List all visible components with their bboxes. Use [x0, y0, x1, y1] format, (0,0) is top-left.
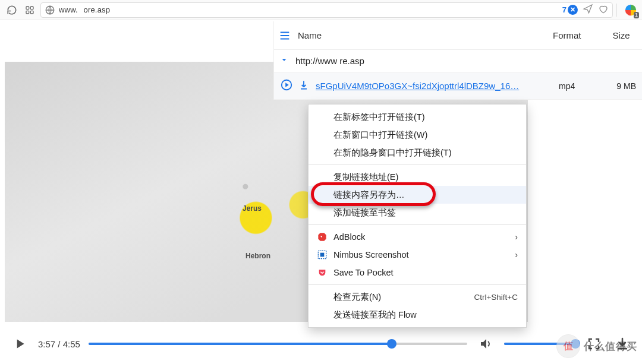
video-player-controls: 3:57 / 4:55: [5, 324, 637, 364]
svg-rect-3: [30, 11, 33, 14]
play-button[interactable]: [10, 334, 30, 354]
extension-badge: 1: [634, 12, 639, 18]
download-count-badge[interactable]: 7 ✕: [562, 5, 578, 15]
context-menu: 在新标签中打开链接(T) 在新窗口中打开链接(W) 在新的隐身窗口中打开链接(T…: [308, 104, 527, 328]
col-name[interactable]: Name: [295, 30, 553, 40]
ctx-open-new-window[interactable]: 在新窗口中打开链接(W): [309, 126, 526, 144]
ctx-inspect[interactable]: 检查元素(N)Ctrl+Shift+C: [309, 288, 526, 306]
download-file-row[interactable]: sFGpUiV4M9tOPo3GX~fsi2dXjopttrl4lDBZ9w_1…: [274, 72, 642, 100]
ctx-bookmark-link[interactable]: 添加链接至书签: [309, 204, 526, 221]
play-circle-icon[interactable]: [280, 78, 292, 93]
ctx-nimbus[interactable]: Nimbus Screenshot›: [309, 246, 526, 264]
download-file-size: 9 MB: [600, 81, 636, 91]
pocket-icon: [317, 267, 328, 278]
ctx-copy-link[interactable]: 复制链接地址(E): [309, 168, 526, 186]
chevron-down-icon: [280, 56, 289, 66]
ctx-save-link-as[interactable]: 链接内容另存为…: [309, 186, 526, 204]
svg-rect-2: [26, 11, 29, 14]
svg-rect-0: [26, 7, 29, 10]
svg-rect-9: [320, 253, 325, 257]
ctx-open-new-tab[interactable]: 在新标签中打开链接(T): [309, 108, 526, 126]
watermark: 值 什么值得买: [556, 334, 637, 358]
map-label-jerusalem: Jerus: [243, 204, 262, 213]
col-size[interactable]: Size: [600, 30, 642, 40]
download-panel-header: Name Format Size: [274, 21, 642, 50]
ctx-send-flow[interactable]: 发送链接至我的 Flow: [309, 306, 526, 324]
adblock-icon: [317, 232, 328, 242]
heart-icon[interactable]: [598, 4, 609, 17]
toolbar-divider: [616, 4, 617, 17]
ctx-separator: [309, 284, 526, 285]
watermark-logo: 值: [556, 334, 580, 358]
reload-button[interactable]: [5, 3, 19, 17]
globe-icon: [45, 5, 55, 15]
nimbus-icon: [317, 249, 328, 260]
watermark-text: 什么值得买: [584, 340, 637, 353]
ctx-pocket[interactable]: Save To Pocket: [309, 264, 526, 281]
download-group-label: http://www ﻿re.asp: [295, 56, 636, 66]
download-panel: Name Format Size http://www ﻿re.asp sFGp…: [273, 21, 642, 100]
download-arrow-icon[interactable]: [298, 79, 310, 93]
url-text: www. ore.asp: [59, 5, 110, 14]
ctx-separator: [309, 164, 526, 165]
download-file-label: sFGpUiV4M9tOPo3GX~fsi2dXjopttrl4lDBZ9w_1…: [316, 81, 553, 91]
download-group-row[interactable]: http://www ﻿re.asp: [274, 50, 642, 72]
time-display: 3:57 / 4:55: [38, 339, 80, 349]
send-icon[interactable]: [583, 4, 593, 17]
ctx-separator: [309, 224, 526, 225]
ctx-adblock[interactable]: AdBlock›: [309, 228, 526, 246]
panel-menu-icon[interactable]: [274, 26, 295, 45]
col-format[interactable]: Format: [553, 30, 600, 40]
volume-button[interactable]: [476, 334, 496, 354]
extension-pinwheel-icon[interactable]: 1: [624, 4, 637, 17]
address-bar[interactable]: www. ore.asp 7 ✕: [40, 2, 613, 18]
apps-grid-icon[interactable]: [23, 3, 37, 17]
svg-rect-1: [30, 7, 33, 10]
download-file-format: mp4: [559, 81, 594, 91]
browser-toolbar: www. ore.asp 7 ✕ 1: [0, 0, 642, 20]
map-label-hebron: Hebron: [246, 252, 270, 260]
ctx-open-incognito[interactable]: 在新的隐身窗口中打开链接(T): [309, 144, 526, 162]
seek-bar[interactable]: [89, 343, 467, 345]
